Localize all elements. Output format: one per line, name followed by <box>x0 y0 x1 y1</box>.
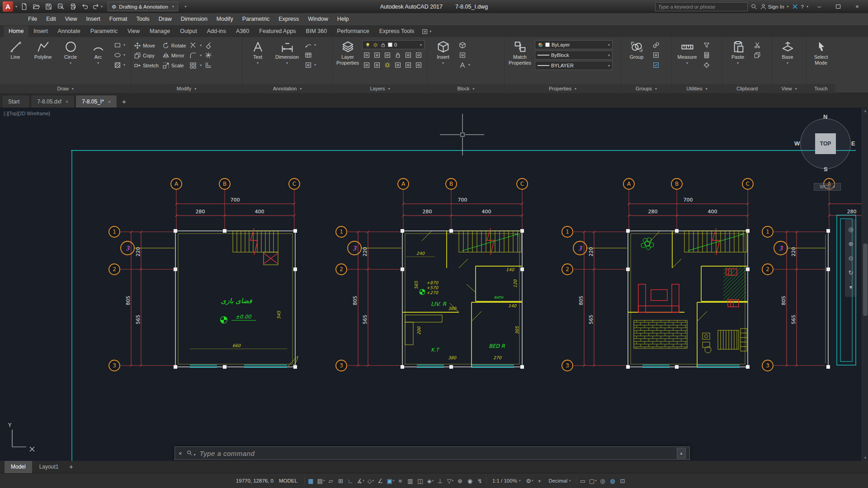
groups-panel-title[interactable]: Groups▾ <box>621 84 671 93</box>
mirror-button[interactable]: Mirror <box>162 51 186 60</box>
file-tab-7-8-05-i[interactable]: 7-8.05_I*× <box>75 95 117 108</box>
isometric-drafting-icon[interactable]: ◇▾ <box>366 474 376 488</box>
undo-button[interactable] <box>80 2 90 12</box>
pan-icon[interactable]: ⊕ <box>849 240 854 247</box>
utilities-panel-title[interactable]: Utilities▾ <box>672 84 722 93</box>
detail-mark-plan-4[interactable]: 3 <box>774 241 826 255</box>
menu-edit[interactable]: Edit <box>42 13 61 25</box>
layer-unlock-button[interactable] <box>393 61 402 69</box>
doors-plan-3[interactable] <box>650 231 707 321</box>
viewcube[interactable]: N W E S TOP <box>796 114 855 173</box>
file-tab-7-8-05-dxf[interactable]: 7-8.05.dxf× <box>31 95 75 108</box>
new-drawing-tab-button[interactable]: + <box>118 95 130 108</box>
tab-featured-apps[interactable]: Featured Apps <box>254 26 301 37</box>
grid-display-icon[interactable]: ▦ <box>306 474 316 488</box>
door-swing-plan-1[interactable] <box>288 356 298 366</box>
detail-mark-plan-2[interactable]: 3 <box>348 241 401 255</box>
bath-hatch-plan-3[interactable] <box>723 267 746 307</box>
group-button[interactable]: Group <box>624 39 649 60</box>
viewport-controls[interactable]: [-][Top][2D Wireframe] <box>4 111 50 116</box>
gizmo-icon[interactable]: ⊕ <box>455 474 465 488</box>
orbit-icon[interactable]: ↻ <box>849 269 854 276</box>
group-selection-toggle[interactable] <box>651 61 660 69</box>
menu-help[interactable]: Help <box>333 13 354 25</box>
measure-button[interactable]: Measure▾ <box>675 39 700 65</box>
paste-button[interactable]: Paste▾ <box>725 39 750 65</box>
level-marks-plan-2[interactable]: +870 +570 +270 <box>420 280 439 295</box>
copy-button[interactable]: Copy <box>134 51 159 60</box>
vertical-scrollbar[interactable]: ▲ ▼ <box>862 108 868 461</box>
new-layout-button[interactable]: + <box>66 463 76 470</box>
tab-output[interactable]: Output <box>175 26 202 37</box>
close-icon[interactable]: × <box>108 99 111 104</box>
table-button[interactable] <box>304 51 317 59</box>
fixtures-plan-3[interactable] <box>703 328 747 353</box>
annotation-panel-title[interactable]: Annotation▾ <box>242 84 332 93</box>
autoscale-icon[interactable]: ↯ <box>475 474 485 488</box>
base-view-button[interactable]: Base▾ <box>775 39 800 65</box>
tab-insert[interactable]: Insert <box>28 26 52 37</box>
quick-select-button[interactable] <box>702 41 711 49</box>
close-icon[interactable]: × <box>179 450 182 457</box>
select-mode-button[interactable]: Select Mode <box>809 39 833 66</box>
wcs-dropdown[interactable]: WCS▾ <box>814 183 841 191</box>
model-space-drawing[interactable]: A B C 1 2 3 700 280 400 805 220 565 3 <box>0 108 868 461</box>
layer-off-button[interactable] <box>362 51 371 59</box>
app-menu-button[interactable]: A ▾ <box>3 1 17 12</box>
save-as-button[interactable] <box>55 2 66 12</box>
dimensions-plan-1[interactable]: 700 280 400 805 220 565 <box>125 197 296 367</box>
match-properties-button[interactable]: Match Properties <box>507 39 533 66</box>
layer-isolate-button[interactable] <box>373 51 382 59</box>
tab-a360[interactable]: A360 <box>231 26 254 37</box>
floor-plan-1[interactable]: A B C 1 2 3 700 280 400 805 220 565 3 <box>109 178 300 371</box>
annotation-scale-control[interactable]: 1:1 / 100%▾ <box>488 474 525 488</box>
elevation-marker-plan-1[interactable]: ±0.00 <box>221 314 256 324</box>
plot-button[interactable] <box>67 2 78 12</box>
layer-properties-button[interactable]: Layer Properties <box>335 39 360 66</box>
workspace-switching-icon[interactable]: ⚙▾ <box>524 474 534 488</box>
object-snap-icon[interactable]: ▣▾ <box>386 474 396 488</box>
clipboard-panel-title[interactable]: Clipboard <box>722 84 772 93</box>
search-input[interactable] <box>655 2 748 11</box>
dynamic-ucs-icon[interactable]: ⊥ <box>435 474 445 488</box>
dynamic-input-icon[interactable]: ⊞ <box>336 474 346 488</box>
close-icon[interactable]: × <box>66 99 68 104</box>
menu-parametric[interactable]: Parametric <box>238 13 274 25</box>
snap-mode-icon[interactable]: ▤▾ <box>316 474 326 488</box>
zoom-icon[interactable]: ⊙ <box>849 255 854 262</box>
grid-bubbles-plan-1[interactable]: A B C 1 2 3 <box>109 178 300 371</box>
id-point-button[interactable] <box>702 61 711 69</box>
quick-calc-button[interactable] <box>702 51 711 59</box>
search-icon[interactable] <box>750 3 757 10</box>
tab-parametric[interactable]: Parametric <box>85 26 123 37</box>
scroll-up-icon[interactable]: ▲ <box>862 109 868 113</box>
tab-addins[interactable]: Add-ins <box>202 26 231 37</box>
polyline-button[interactable]: Polyline <box>30 39 56 60</box>
detail-mark-plan-3[interactable]: 3 <box>573 241 627 255</box>
tab-manage[interactable]: Manage <box>145 26 175 37</box>
group-edit-button[interactable] <box>651 51 660 59</box>
lineweight-dropdown[interactable]: ByBlock ▾ <box>535 51 613 60</box>
model-space-button[interactable]: MODEL <box>274 474 303 488</box>
tab-home[interactable]: Home <box>4 26 28 37</box>
walls-plan-2[interactable] <box>401 229 524 369</box>
command-prompt[interactable]: Type a command <box>200 450 255 457</box>
detail-mark-plan-1[interactable]: 3 <box>121 241 175 255</box>
linetype-dropdown[interactable]: BYLAYER ▾ <box>535 61 613 70</box>
osnap-3d-icon[interactable]: ◈▾ <box>425 474 435 488</box>
command-search-icon[interactable]: ▾ <box>186 450 196 457</box>
layer-change-button[interactable] <box>404 61 413 69</box>
layer-thaw-button[interactable] <box>383 61 392 69</box>
layer-merge-button[interactable] <box>414 61 423 69</box>
stairs-plan-3[interactable] <box>684 228 747 255</box>
redo-button[interactable]: ▾ <box>92 2 103 12</box>
viewcube-east[interactable]: E <box>851 140 855 147</box>
scrollbar-thumb[interactable] <box>863 244 868 316</box>
array-button[interactable]: ▾ <box>189 61 202 70</box>
modify-panel-title[interactable]: Modify▾ <box>131 84 242 93</box>
new-file-button[interactable] <box>19 2 29 12</box>
draw-panel-title[interactable]: Draw▾ <box>0 84 131 93</box>
circle-button[interactable]: Circle▾ <box>58 39 83 65</box>
file-tab-start[interactable]: Start <box>2 95 30 108</box>
selection-filtering-icon[interactable]: ▽▾ <box>445 474 455 488</box>
